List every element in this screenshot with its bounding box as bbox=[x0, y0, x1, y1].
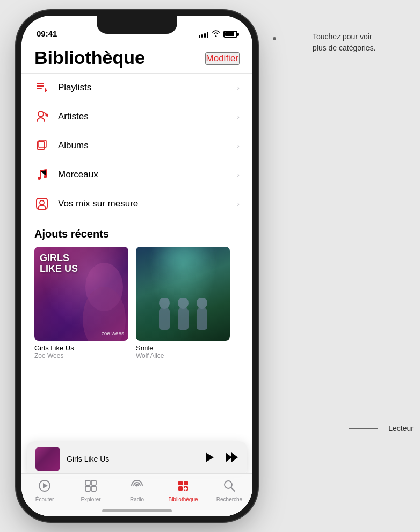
vos-mix-label: Vos mix sur mesure bbox=[58, 198, 237, 209]
albums-label: Albums bbox=[58, 140, 237, 151]
svg-marker-21 bbox=[226, 452, 232, 462]
explorer-icon bbox=[84, 479, 97, 494]
svg-line-35 bbox=[231, 488, 235, 492]
annotation-dot-modifier bbox=[273, 37, 276, 40]
page-title: Bibliothèque bbox=[34, 48, 145, 68]
library-item-artistes[interactable]: Artistes › bbox=[21, 102, 252, 131]
morceaux-icon bbox=[34, 169, 49, 181]
svg-point-3 bbox=[38, 111, 44, 117]
album-smile-artist: Wolf Alice bbox=[136, 352, 230, 360]
svg-marker-24 bbox=[43, 483, 48, 488]
svg-rect-19 bbox=[197, 308, 207, 330]
tab-ecouter[interactable]: Écouter bbox=[26, 479, 63, 502]
album-girls-artist: Zoe Wees bbox=[34, 352, 128, 360]
mini-player-controls bbox=[203, 451, 238, 466]
album-cover-smile bbox=[136, 247, 230, 341]
svg-rect-17 bbox=[178, 308, 189, 330]
forward-icon bbox=[225, 451, 238, 463]
ecouter-icon bbox=[38, 479, 51, 494]
svg-rect-0 bbox=[37, 83, 44, 84]
library-list: Playlists › Artistes › bbox=[21, 73, 252, 218]
recherche-icon bbox=[223, 479, 236, 494]
svg-marker-22 bbox=[231, 452, 238, 462]
svg-rect-30 bbox=[178, 481, 183, 485]
morceaux-chevron: › bbox=[237, 170, 240, 179]
album-light-effect bbox=[162, 247, 205, 268]
forward-button[interactable] bbox=[225, 451, 238, 466]
tab-explorer[interactable]: Explorer bbox=[72, 479, 110, 502]
explorer-label: Explorer bbox=[81, 497, 100, 502]
album-cover-girls-artist-text: zoe wees bbox=[102, 330, 124, 336]
status-time: 09:41 bbox=[37, 29, 57, 38]
svg-rect-28 bbox=[91, 486, 96, 491]
tab-bibliotheque[interactable]: Bibliothèque bbox=[164, 479, 202, 502]
bibliotheque-icon bbox=[177, 479, 190, 494]
albums-chevron: › bbox=[237, 141, 240, 150]
signal-icon bbox=[199, 31, 208, 38]
album-smile-title: Smile bbox=[136, 344, 230, 352]
tab-radio[interactable]: Radio bbox=[118, 479, 156, 502]
radio-label: Radio bbox=[130, 497, 144, 502]
tab-recherche[interactable]: Recherche bbox=[211, 479, 248, 502]
svg-point-8 bbox=[38, 177, 41, 180]
svg-rect-25 bbox=[85, 480, 90, 485]
modifier-annotation: Touchez pour voir plus de catégories. bbox=[313, 31, 415, 54]
recent-section-title: Ajouts récents bbox=[21, 218, 252, 247]
svg-rect-6 bbox=[37, 142, 45, 149]
vos-mix-chevron: › bbox=[237, 199, 240, 208]
status-icons bbox=[199, 30, 237, 38]
album-girls-like-us[interactable]: GIRLSLIKE US zoe wees Girls Like Us Zoe … bbox=[34, 247, 128, 360]
album-people bbox=[156, 298, 210, 333]
album-smile[interactable]: Smile Wolf Alice bbox=[136, 247, 230, 360]
svg-point-14 bbox=[159, 298, 170, 309]
home-indicator bbox=[102, 509, 172, 512]
library-item-albums[interactable]: Albums › bbox=[21, 131, 252, 160]
wifi-icon bbox=[212, 30, 220, 38]
svg-point-11 bbox=[40, 200, 44, 205]
playlist-icon bbox=[34, 82, 49, 94]
artistes-icon bbox=[34, 111, 49, 123]
annotation-line-modifier bbox=[275, 39, 313, 39]
content-area: Bibliothèque Modifier Playlists bbox=[21, 42, 252, 516]
library-item-vos-mix[interactable]: Vos mix sur mesure › bbox=[21, 189, 252, 218]
playlists-label: Playlists bbox=[58, 82, 237, 93]
svg-point-18 bbox=[197, 298, 207, 309]
svg-rect-31 bbox=[184, 481, 188, 485]
mini-player-title: Girls Like Us bbox=[67, 455, 197, 463]
phone-frame: 09:41 bbox=[21, 16, 252, 516]
vos-mix-icon bbox=[34, 198, 49, 210]
annotation-line-lecteur bbox=[349, 428, 378, 429]
radio-icon bbox=[129, 479, 144, 494]
albums-icon bbox=[34, 140, 49, 152]
notch bbox=[97, 16, 177, 34]
svg-point-16 bbox=[178, 298, 189, 309]
svg-rect-32 bbox=[178, 486, 183, 491]
library-item-morceaux[interactable]: Morceaux › bbox=[21, 160, 252, 189]
recent-albums-row: GIRLSLIKE US zoe wees Girls Like Us Zoe … bbox=[21, 247, 252, 360]
recherche-label: Recherche bbox=[216, 497, 242, 502]
album-cover-girls-like-us: GIRLSLIKE US zoe wees bbox=[34, 247, 128, 341]
playlists-chevron: › bbox=[237, 83, 240, 92]
svg-point-29 bbox=[136, 485, 138, 487]
battery-icon bbox=[223, 31, 237, 38]
play-button[interactable] bbox=[203, 451, 215, 466]
svg-rect-27 bbox=[85, 486, 90, 491]
svg-marker-20 bbox=[206, 452, 214, 462]
modifier-button[interactable]: Modifier bbox=[205, 52, 240, 65]
album-girls-title: Girls Like Us bbox=[34, 344, 128, 352]
svg-rect-26 bbox=[91, 480, 96, 485]
bibliotheque-label: Bibliothèque bbox=[168, 497, 198, 502]
ecouter-label: Écouter bbox=[35, 497, 54, 502]
svg-rect-1 bbox=[37, 85, 44, 87]
artistes-chevron: › bbox=[237, 112, 240, 121]
svg-rect-15 bbox=[159, 308, 170, 330]
library-header: Bibliothèque Modifier bbox=[21, 42, 252, 68]
library-item-playlists[interactable]: Playlists › bbox=[21, 73, 252, 102]
lecteur-label-text: Lecteur bbox=[388, 424, 414, 433]
svg-rect-2 bbox=[37, 88, 42, 89]
album-cover-girls-title: GIRLSLIKE US bbox=[40, 253, 78, 275]
mini-player-thumbnail bbox=[35, 447, 60, 471]
mini-player[interactable]: Girls Like Us bbox=[27, 441, 247, 476]
svg-point-9 bbox=[44, 175, 47, 178]
play-icon bbox=[203, 451, 215, 463]
